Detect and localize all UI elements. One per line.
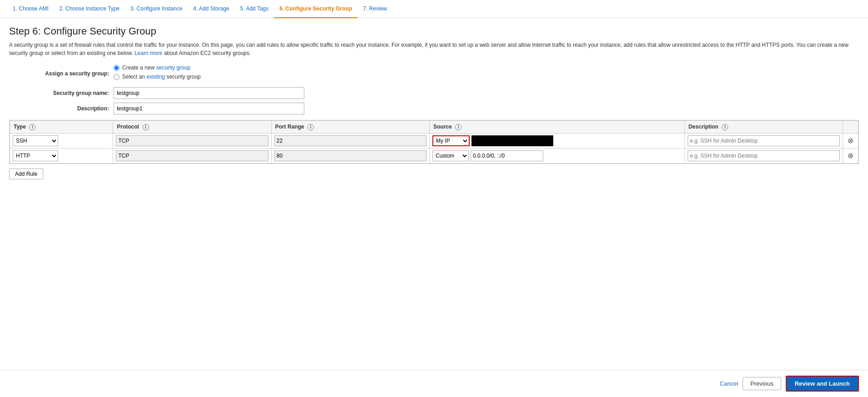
row1-source-group: My IP Custom Anywhere My IP (432, 135, 682, 146)
protocol-info-icon[interactable]: i (143, 124, 149, 130)
row2-protocol-cell (113, 148, 271, 163)
form-section: Security group name: Description: (9, 87, 859, 114)
sg-desc-input[interactable] (114, 103, 304, 114)
row2-port-cell (271, 148, 429, 163)
main-content: Step 6: Configure Security Group A secur… (0, 18, 868, 187)
create-new-label: Create a new security group (122, 65, 190, 71)
sg-desc-row: Description: (27, 103, 859, 114)
rules-table-wrapper: Type i Protocol i Port Range i Source i (9, 120, 859, 164)
row1-source-ip-black (471, 135, 553, 146)
col-protocol: Protocol i (113, 121, 271, 134)
sg-name-label: Security group name: (27, 90, 109, 96)
sg-name-row: Security group name: (27, 87, 859, 99)
assign-options: Create a new security group Select an ex… (114, 65, 201, 83)
source-info-icon[interactable]: i (455, 124, 461, 130)
existing-security-group-link[interactable]: existing (146, 74, 165, 80)
row1-protocol-cell (113, 133, 271, 148)
select-existing-radio-row: Select an existing security group (114, 74, 201, 80)
table-row: HTTP SSH HTTPS Custom TCP Custom UDP (10, 148, 858, 163)
sg-name-input[interactable] (114, 87, 304, 99)
learn-more-link[interactable]: Learn more (134, 50, 162, 56)
row2-desc-input[interactable] (688, 150, 840, 161)
col-port: Port Range i (271, 121, 429, 134)
wizard-step-2[interactable]: 2. Choose Instance Type (54, 0, 125, 18)
wizard-step-1[interactable]: 1. Choose AMI (7, 0, 54, 18)
row2-source-ip-input[interactable] (471, 150, 543, 161)
row2-type-select[interactable]: HTTP SSH HTTPS Custom TCP Custom UDP (13, 150, 58, 161)
page-title: Step 6: Configure Security Group (9, 25, 859, 37)
create-security-group-link[interactable]: security group (156, 65, 190, 71)
row1-remove-cell: ⊗ (843, 133, 858, 148)
row1-desc-input[interactable] (688, 135, 840, 146)
row2-source-cell: Custom My IP Anywhere (430, 148, 685, 163)
table-row: SSH HTTP HTTPS Custom TCP Custom UDP (10, 133, 858, 148)
row2-remove-button[interactable]: ⊗ (846, 152, 855, 159)
wizard-nav: 1. Choose AMI 2. Choose Instance Type 3.… (0, 0, 868, 18)
assign-security-group-row: Assign a security group: Create a new se… (27, 65, 859, 83)
desc-info-icon[interactable]: i (722, 124, 728, 130)
add-rule-button[interactable]: Add Rule (9, 169, 43, 179)
assign-label: Assign a security group: (27, 70, 109, 77)
create-new-radio-row: Create a new security group (114, 65, 201, 71)
row2-port-input (274, 150, 427, 161)
create-new-radio[interactable] (114, 65, 119, 71)
wizard-step-6[interactable]: 6. Configure Security Group (274, 0, 357, 18)
table-header-row: Type i Protocol i Port Range i Source i (10, 121, 858, 134)
row1-type-cell: SSH HTTP HTTPS Custom TCP Custom UDP (10, 133, 113, 148)
wizard-step-7[interactable]: 7. Review (357, 0, 392, 18)
row2-source-group: Custom My IP Anywhere (432, 150, 682, 161)
row1-source-select[interactable]: My IP Custom Anywhere My IP (432, 135, 470, 146)
row1-remove-button[interactable]: ⊗ (846, 137, 855, 144)
row2-type-cell: HTTP SSH HTTPS Custom TCP Custom UDP (10, 148, 113, 163)
col-description: Description i (684, 121, 843, 134)
col-source: Source i (430, 121, 685, 134)
rules-table: Type i Protocol i Port Range i Source i (10, 120, 858, 164)
row1-protocol-input (116, 135, 268, 146)
row2-remove-cell: ⊗ (843, 148, 858, 163)
sg-desc-label: Description: (27, 105, 109, 112)
row1-desc-cell (684, 133, 843, 148)
wizard-step-4[interactable]: 4. Add Storage (188, 0, 234, 18)
port-info-icon[interactable]: i (308, 124, 314, 130)
row2-desc-cell (684, 148, 843, 163)
row1-source-cell: My IP Custom Anywhere My IP (430, 133, 685, 148)
row1-type-select[interactable]: SSH HTTP HTTPS Custom TCP Custom UDP (13, 135, 58, 146)
page-description: A security group is a set of firewall ru… (9, 41, 859, 57)
select-existing-radio[interactable] (114, 74, 119, 80)
col-remove (843, 121, 858, 134)
select-existing-label: Select an existing security group (122, 74, 201, 80)
col-type: Type i (10, 121, 113, 134)
type-info-icon[interactable]: i (29, 124, 35, 130)
row1-port-cell (271, 133, 429, 148)
row2-source-select[interactable]: Custom My IP Anywhere (432, 150, 469, 161)
row2-protocol-input (116, 150, 268, 161)
wizard-step-3[interactable]: 3. Configure Instance (125, 0, 188, 18)
row1-port-input (274, 135, 427, 146)
wizard-step-5[interactable]: 5. Add Tags (235, 0, 274, 18)
